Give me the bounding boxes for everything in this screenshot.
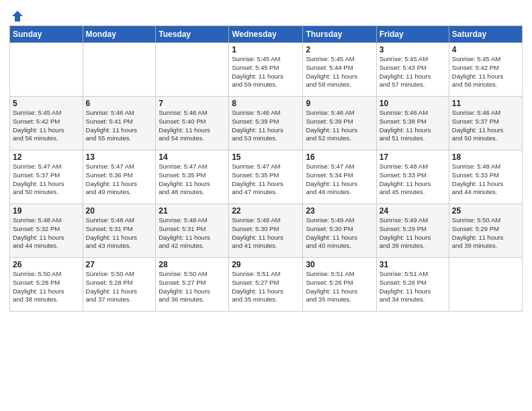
day-info: Sunrise: 5:48 AM Sunset: 5:32 PM Dayligh… [13, 216, 80, 250]
calendar-cell: 10Sunrise: 5:46 AM Sunset: 5:38 PM Dayli… [376, 97, 449, 150]
day-info: Sunrise: 5:45 AM Sunset: 5:43 PM Dayligh… [380, 55, 446, 89]
day-number: 21 [159, 206, 226, 216]
day-info: Sunrise: 5:49 AM Sunset: 5:30 PM Dayligh… [232, 216, 300, 250]
calendar-day-header: Sunday [10, 26, 83, 43]
calendar-week-row: 5Sunrise: 5:45 AM Sunset: 5:42 PM Daylig… [10, 97, 523, 150]
day-number: 26 [13, 260, 80, 269]
calendar-table: SundayMondayTuesdayWednesdayThursdayFrid… [9, 26, 523, 312]
calendar-cell: 15Sunrise: 5:47 AM Sunset: 5:35 PM Dayli… [229, 150, 303, 204]
calendar-cell: 9Sunrise: 5:46 AM Sunset: 5:39 PM Daylig… [303, 97, 376, 150]
calendar-cell: 13Sunrise: 5:47 AM Sunset: 5:36 PM Dayli… [83, 150, 156, 204]
day-number: 5 [13, 99, 80, 108]
page: SundayMondayTuesdayWednesdayThursdayFrid… [0, 0, 532, 411]
day-info: Sunrise: 5:45 AM Sunset: 5:42 PM Dayligh… [452, 55, 519, 89]
calendar-day-header: Monday [83, 26, 156, 43]
calendar-cell: 5Sunrise: 5:45 AM Sunset: 5:42 PM Daylig… [10, 97, 83, 150]
day-number: 2 [306, 45, 373, 54]
calendar-cell: 8Sunrise: 5:46 AM Sunset: 5:39 PM Daylig… [229, 97, 303, 150]
calendar-week-row: 1Sunrise: 5:45 AM Sunset: 5:45 PM Daylig… [10, 43, 523, 97]
day-number: 13 [86, 152, 153, 162]
day-number: 7 [159, 99, 226, 108]
day-info: Sunrise: 5:48 AM Sunset: 5:33 PM Dayligh… [452, 163, 519, 197]
calendar-cell: 25Sunrise: 5:50 AM Sunset: 5:29 PM Dayli… [449, 204, 522, 258]
calendar-day-header: Wednesday [229, 26, 303, 43]
day-number: 24 [380, 206, 446, 216]
day-info: Sunrise: 5:47 AM Sunset: 5:35 PM Dayligh… [159, 163, 226, 197]
calendar-cell: 30Sunrise: 5:51 AM Sunset: 5:26 PM Dayli… [303, 258, 376, 312]
day-info: Sunrise: 5:49 AM Sunset: 5:29 PM Dayligh… [380, 216, 446, 250]
day-number: 20 [86, 206, 153, 216]
calendar-cell: 21Sunrise: 5:48 AM Sunset: 5:31 PM Dayli… [156, 204, 229, 258]
calendar-week-row: 26Sunrise: 5:50 AM Sunset: 5:28 PM Dayli… [10, 258, 523, 312]
day-number: 1 [232, 45, 300, 54]
day-number: 17 [380, 152, 446, 162]
logo [9, 9, 24, 21]
day-number: 31 [380, 260, 446, 269]
day-info: Sunrise: 5:47 AM Sunset: 5:36 PM Dayligh… [86, 163, 153, 197]
day-info: Sunrise: 5:45 AM Sunset: 5:45 PM Dayligh… [232, 55, 300, 89]
day-info: Sunrise: 5:51 AM Sunset: 5:26 PM Dayligh… [380, 270, 446, 304]
calendar-cell: 16Sunrise: 5:47 AM Sunset: 5:34 PM Dayli… [303, 150, 376, 204]
day-number: 6 [86, 99, 153, 108]
calendar-cell: 3Sunrise: 5:45 AM Sunset: 5:43 PM Daylig… [376, 43, 449, 97]
day-number: 28 [159, 260, 226, 269]
day-number: 16 [306, 152, 373, 162]
day-info: Sunrise: 5:45 AM Sunset: 5:42 PM Dayligh… [13, 109, 80, 143]
day-number: 25 [452, 206, 519, 216]
day-info: Sunrise: 5:48 AM Sunset: 5:33 PM Dayligh… [380, 163, 446, 197]
calendar-cell: 18Sunrise: 5:48 AM Sunset: 5:33 PM Dayli… [449, 150, 522, 204]
day-info: Sunrise: 5:48 AM Sunset: 5:31 PM Dayligh… [86, 216, 153, 250]
calendar-cell: 20Sunrise: 5:48 AM Sunset: 5:31 PM Dayli… [83, 204, 156, 258]
calendar-cell: 19Sunrise: 5:48 AM Sunset: 5:32 PM Dayli… [10, 204, 83, 258]
calendar-cell: 7Sunrise: 5:46 AM Sunset: 5:40 PM Daylig… [156, 97, 229, 150]
day-info: Sunrise: 5:51 AM Sunset: 5:27 PM Dayligh… [232, 270, 300, 304]
day-info: Sunrise: 5:47 AM Sunset: 5:37 PM Dayligh… [13, 163, 80, 197]
day-info: Sunrise: 5:49 AM Sunset: 5:30 PM Dayligh… [306, 216, 373, 250]
calendar-day-header: Thursday [303, 26, 376, 43]
calendar-day-header: Tuesday [156, 26, 229, 43]
calendar-day-header: Friday [376, 26, 449, 43]
logo-icon [11, 9, 24, 23]
calendar-cell: 24Sunrise: 5:49 AM Sunset: 5:29 PM Dayli… [376, 204, 449, 258]
day-number: 10 [380, 99, 446, 108]
calendar-cell: 26Sunrise: 5:50 AM Sunset: 5:28 PM Dayli… [10, 258, 83, 312]
day-number: 27 [86, 260, 153, 269]
calendar-cell: 1Sunrise: 5:45 AM Sunset: 5:45 PM Daylig… [229, 43, 303, 97]
day-info: Sunrise: 5:50 AM Sunset: 5:29 PM Dayligh… [452, 216, 519, 250]
day-info: Sunrise: 5:46 AM Sunset: 5:40 PM Dayligh… [159, 109, 226, 143]
calendar-cell [10, 43, 83, 97]
day-info: Sunrise: 5:45 AM Sunset: 5:44 PM Dayligh… [306, 55, 373, 89]
day-number: 9 [306, 99, 373, 108]
calendar-cell: 6Sunrise: 5:46 AM Sunset: 5:41 PM Daylig… [83, 97, 156, 150]
calendar-cell: 22Sunrise: 5:49 AM Sunset: 5:30 PM Dayli… [229, 204, 303, 258]
day-number: 12 [13, 152, 80, 162]
calendar-week-row: 19Sunrise: 5:48 AM Sunset: 5:32 PM Dayli… [10, 204, 523, 258]
calendar-cell: 17Sunrise: 5:48 AM Sunset: 5:33 PM Dayli… [376, 150, 449, 204]
day-number: 18 [452, 152, 519, 162]
calendar-cell: 11Sunrise: 5:46 AM Sunset: 5:37 PM Dayli… [449, 97, 522, 150]
day-number: 23 [306, 206, 373, 216]
day-info: Sunrise: 5:46 AM Sunset: 5:41 PM Dayligh… [86, 109, 153, 143]
day-number: 4 [452, 45, 519, 54]
day-number: 19 [13, 206, 80, 216]
calendar-day-header: Saturday [449, 26, 522, 43]
day-info: Sunrise: 5:46 AM Sunset: 5:39 PM Dayligh… [306, 109, 373, 143]
day-info: Sunrise: 5:50 AM Sunset: 5:28 PM Dayligh… [86, 270, 153, 304]
day-number: 29 [232, 260, 300, 269]
svg-marker-0 [12, 11, 23, 21]
day-number: 14 [159, 152, 226, 162]
day-number: 30 [306, 260, 373, 269]
day-number: 15 [232, 152, 300, 162]
calendar-cell: 28Sunrise: 5:50 AM Sunset: 5:27 PM Dayli… [156, 258, 229, 312]
calendar-cell: 2Sunrise: 5:45 AM Sunset: 5:44 PM Daylig… [303, 43, 376, 97]
day-info: Sunrise: 5:50 AM Sunset: 5:28 PM Dayligh… [13, 270, 80, 304]
day-info: Sunrise: 5:47 AM Sunset: 5:35 PM Dayligh… [232, 163, 300, 197]
calendar-cell: 29Sunrise: 5:51 AM Sunset: 5:27 PM Dayli… [229, 258, 303, 312]
calendar-cell: 27Sunrise: 5:50 AM Sunset: 5:28 PM Dayli… [83, 258, 156, 312]
calendar-cell [449, 258, 522, 312]
calendar-header-row: SundayMondayTuesdayWednesdayThursdayFrid… [10, 26, 523, 43]
day-number: 8 [232, 99, 300, 108]
calendar-week-row: 12Sunrise: 5:47 AM Sunset: 5:37 PM Dayli… [10, 150, 523, 204]
calendar-cell: 23Sunrise: 5:49 AM Sunset: 5:30 PM Dayli… [303, 204, 376, 258]
calendar-cell: 4Sunrise: 5:45 AM Sunset: 5:42 PM Daylig… [449, 43, 522, 97]
